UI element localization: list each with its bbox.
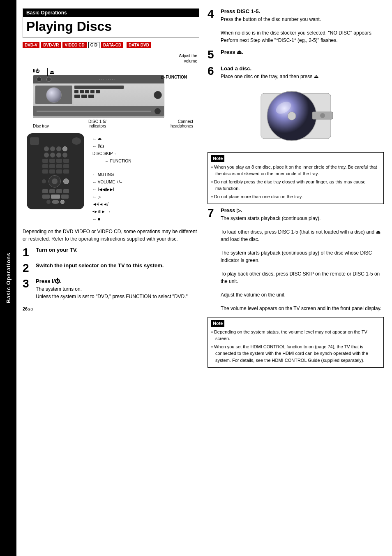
remote-label-prevnext: ← I◀◀/▶▶I xyxy=(92,186,131,193)
note-1: Note When you play an 8 cm disc, place i… xyxy=(208,152,384,204)
remote-label-muting: ← MUTING xyxy=(92,171,131,178)
step-1-title: Turn on your TV. xyxy=(36,247,199,253)
note-2-item-1: Depending on the system status, the volu… xyxy=(211,329,380,342)
remote-section: ← ⏏ ← I/⏻ DISC SKIP ← ← FUNCTION ← MUTIN… xyxy=(23,133,199,223)
disc-tray-svg xyxy=(255,85,337,147)
step-3-title: Press I/⏻. xyxy=(36,278,199,284)
remote-label-function: ← FUNCTION xyxy=(105,158,131,165)
step-7-body5: Adjust the volume on the unit. xyxy=(221,291,384,299)
remote-label-power: ← I/⏻ xyxy=(92,143,131,150)
note-2-item-2: When you set the HDMI CONTROL function t… xyxy=(211,343,380,364)
remote-label-backfwd: ◄•/◄◄/ xyxy=(92,201,131,208)
remote-diagram xyxy=(23,133,88,223)
step-1: 1 Turn on your TV. xyxy=(23,247,199,258)
svg-point-2 xyxy=(288,112,296,120)
step-6-num: 6 xyxy=(208,65,217,80)
note-1-item-2: Do not forcibly press the disc tray clos… xyxy=(211,178,380,192)
badge-dvdvr: DVD-VR xyxy=(41,42,61,48)
page-number: 26GB xyxy=(23,306,199,311)
step-7: 7 Press ▷. The system starts playback (c… xyxy=(208,207,384,312)
step-6: 6 Load a disc. Place one disc on the tra… xyxy=(208,65,384,80)
note-2: Note Depending on the system status, the… xyxy=(208,317,384,368)
remote-labels: ← ⏏ ← I/⏻ DISC SKIP ← ← FUNCTION ← MUTIN… xyxy=(92,133,131,223)
step-7-body3: The system starts playback (continuous p… xyxy=(221,249,384,264)
left-column: Basic Operations Playing Discs DVD-V DVD… xyxy=(23,8,199,548)
note-1-item-3: Do not place more than one disc on the t… xyxy=(211,193,380,200)
step-4-body2: When no disc is in the disc stocker you … xyxy=(221,29,384,44)
remote-label-eject: ← ⏏ xyxy=(92,135,131,143)
badge-datacd: DATA-CD xyxy=(101,42,123,48)
remote-label-volume: ← VOLUME +/– xyxy=(92,178,131,186)
step-6-title: Load a disc. xyxy=(221,65,384,72)
step-3-num: 3 xyxy=(23,278,32,300)
desc-text: Depending on the DVD VIDEO or VIDEO CD, … xyxy=(23,228,199,243)
step-5: 5 Press ⏏. xyxy=(208,49,384,60)
badge-dvdv: DVD-V xyxy=(23,42,39,48)
remote-label-backfwd2: •►/II► → xyxy=(92,208,131,215)
right-column: 4 Press DISC 1-5. Press the button of th… xyxy=(208,8,384,548)
step-7-num: 7 xyxy=(208,207,217,312)
step-5-title: Press ⏏. xyxy=(221,49,384,55)
device-diagram: Adjust thevolume · · · · · · · · · xyxy=(23,53,199,128)
step-3-body1: The system turns on. xyxy=(36,285,199,293)
badge-datadvd: DATA DVD xyxy=(127,42,151,48)
step-3: 3 Press I/⏻. The system turns on. Unless… xyxy=(23,278,199,300)
badge-videocd: VIDEO CD xyxy=(62,42,86,48)
header-box: Basic Operations Playing Discs xyxy=(23,8,199,38)
sidebar-label: Basic Operations xyxy=(5,253,12,303)
step-4-num: 4 xyxy=(208,8,217,44)
step-2-num: 2 xyxy=(23,262,32,274)
note-1-header: Note xyxy=(211,155,224,162)
sidebar: Basic Operations xyxy=(0,0,16,556)
step-7-body6: The volume level appears on the TV scree… xyxy=(221,305,384,312)
svg-point-4 xyxy=(320,113,325,118)
step-1-num: 1 xyxy=(23,247,32,258)
note-1-item-1: When you play an 8 cm disc, place it on … xyxy=(211,164,380,177)
disc-tray-illustration xyxy=(208,85,384,148)
badge-cd: C D xyxy=(88,42,99,48)
step-4: 4 Press DISC 1-5. Press the button of th… xyxy=(208,8,384,44)
step-7-body1: The system starts playback (continuous p… xyxy=(221,215,384,222)
remote-label-play: ← ▷ xyxy=(92,193,131,201)
step-6-body1: Place one disc on the tray, and then pre… xyxy=(221,73,384,80)
step-2: 2 Switch the input selector on the TV to… xyxy=(23,262,199,274)
step-4-body1: Press the button of the disc number you … xyxy=(221,16,384,23)
page-title: Playing Discs xyxy=(23,17,199,37)
step-3-body2: Unless the system is set to "DVD," press… xyxy=(36,293,199,300)
basic-ops-bar: Basic Operations xyxy=(23,9,199,17)
remote-label-stop: ← ■ xyxy=(92,215,131,223)
step-5-num: 5 xyxy=(208,49,217,60)
step-7-body2: To load other discs, press DISC 1-5 (tha… xyxy=(221,228,384,243)
step-2-title: Switch the input selector on the TV to t… xyxy=(36,262,199,269)
format-badges: DVD-V DVD-VR VIDEO CD C D DATA-CD DATA D… xyxy=(23,42,199,48)
note-2-header: Note xyxy=(211,320,224,327)
step-7-title: Press ▷. xyxy=(221,207,384,213)
step-7-body4: To play back other discs, press DISC SKI… xyxy=(221,270,384,285)
step-4-title: Press DISC 1-5. xyxy=(221,8,384,14)
remote-label-disc-skip: DISC SKIP ← xyxy=(92,150,131,158)
